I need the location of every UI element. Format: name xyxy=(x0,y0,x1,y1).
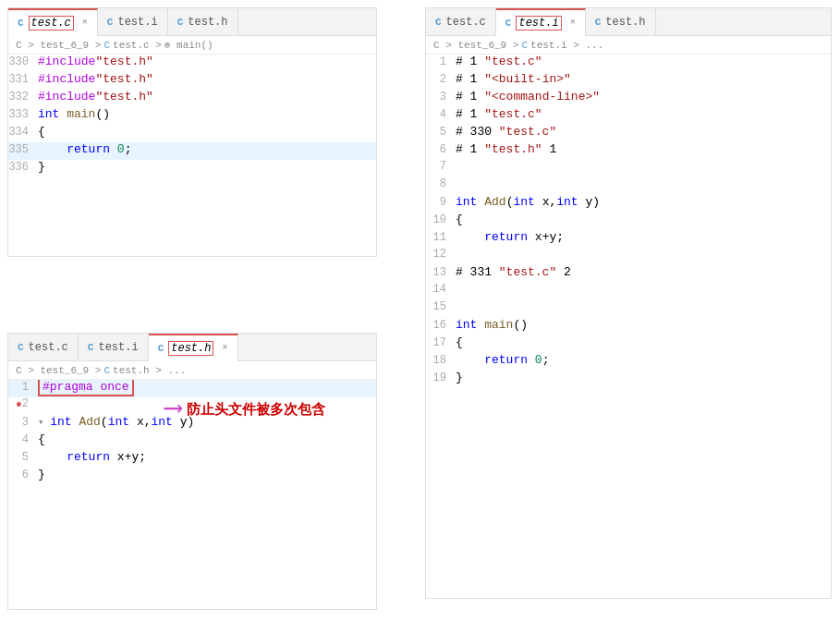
tab-testi-right[interactable]: C test.i × xyxy=(496,8,586,36)
line-number: 5 xyxy=(426,126,456,139)
c-icon: C xyxy=(505,18,512,29)
code-line: 6 } xyxy=(8,468,376,485)
line-content: # 330 "test.c" xyxy=(456,125,556,139)
c-icon: C xyxy=(88,342,94,353)
breadcrumb-right: C > test_6_9 > C test.i > ... xyxy=(426,36,831,55)
code-line: 13 # 331 "test.c" 2 xyxy=(426,265,831,283)
c-icon: C xyxy=(177,17,184,28)
arrow-icon: ⟶ xyxy=(165,396,181,422)
tab-testc-bottomleft[interactable]: C test.c xyxy=(8,334,79,361)
line-number: 9 xyxy=(426,196,456,209)
code-line: 9 int Add(int x,int y) xyxy=(426,195,831,213)
code-line: 335 return 0; xyxy=(8,142,376,160)
tab-testi-topleft[interactable]: C test.i xyxy=(98,8,168,36)
line-number: 2 xyxy=(426,73,456,86)
line-number: 332 xyxy=(8,91,38,104)
tab-label: test.h xyxy=(168,341,213,356)
line-number: 335 xyxy=(8,143,38,156)
tab-label: test.c xyxy=(29,341,68,354)
line-number: 5 xyxy=(8,451,38,464)
tab-label: test.i xyxy=(516,16,561,30)
code-line: 10 { xyxy=(426,213,831,230)
line-content: return x+y; xyxy=(456,230,564,244)
close-icon[interactable]: × xyxy=(82,18,88,28)
line-number: 18 xyxy=(426,354,456,367)
line-content: return x+y; xyxy=(38,450,146,464)
line-content: # 1 "<built-in>" xyxy=(456,72,571,86)
tab-testc-topleft[interactable]: C test.c × xyxy=(8,8,98,36)
bc-text2: test.h > ... xyxy=(113,365,186,376)
line-content: { xyxy=(456,213,463,226)
code-line: 18 return 0; xyxy=(426,353,831,371)
bc-text: C > test_6_9 > xyxy=(16,365,101,376)
code-line: 332 #include"test.h" xyxy=(8,90,376,107)
line-number: 8 xyxy=(426,177,456,190)
bc-text: C > test_6_9 > xyxy=(16,40,101,51)
line-content: # 1 "test.c" xyxy=(456,55,542,68)
tab-testh-right[interactable]: C test.h xyxy=(586,8,656,36)
bc-icon: C xyxy=(103,40,110,51)
close-icon[interactable]: × xyxy=(222,343,227,353)
tab-testh-topleft[interactable]: C test.h xyxy=(168,8,238,36)
code-line: 15 xyxy=(426,300,831,318)
code-line: 3 # 1 "<command-line>" xyxy=(426,90,831,107)
code-line: 333 int main() xyxy=(8,107,376,125)
c-icon: C xyxy=(595,17,602,28)
line-number: 331 xyxy=(8,73,38,86)
breadcrumb-bottom-left: C > test_6_9 > C test.h > ... xyxy=(8,361,376,380)
bc-func: ⊕ main() xyxy=(164,39,213,51)
tab-label: test.i xyxy=(98,341,138,354)
line-content: } xyxy=(38,160,45,174)
tab-label: test.h xyxy=(188,16,227,29)
bc-text2: test.c > xyxy=(113,40,162,51)
line-number: 3 xyxy=(426,91,456,104)
tab-label: test.h xyxy=(605,16,645,29)
line-content: #pragma once xyxy=(38,380,134,394)
code-line: 5 # 330 "test.c" xyxy=(426,125,831,142)
line-number: 10 xyxy=(426,213,456,226)
line-content: #include"test.h" xyxy=(38,90,153,104)
tab-testc-right[interactable]: C test.c xyxy=(426,8,496,36)
tab-label: test.c xyxy=(446,16,486,29)
line-number: 333 xyxy=(8,108,38,121)
tab-bar-right: C test.c C test.i × C test.h xyxy=(426,8,831,36)
line-number: 7 xyxy=(426,160,456,173)
c-icon: C xyxy=(435,17,442,28)
c-icon: C xyxy=(158,343,164,354)
code-line: 6 # 1 "test.h" 1 xyxy=(426,142,831,160)
code-area-top-left: 330 #include"test.h" 331 #include"test.h… xyxy=(8,55,376,177)
code-line: 17 { xyxy=(426,335,831,353)
bc-text2: test.i > ... xyxy=(530,40,603,51)
line-number: 1 xyxy=(426,55,456,68)
panel-right: C test.c C test.i × C test.h C > test_6_… xyxy=(425,7,832,599)
line-content: # 1 "test.c" xyxy=(456,107,542,121)
line-number: 16 xyxy=(426,319,456,332)
code-line: 1 # 1 "test.c" xyxy=(426,55,831,72)
error-dot: • xyxy=(14,397,24,415)
line-content: # 331 "test.c" 2 xyxy=(456,265,571,279)
line-number: 15 xyxy=(426,300,456,313)
line-content: { xyxy=(38,125,45,139)
line-content: # 1 "<command-line>" xyxy=(456,90,600,104)
tab-bar-bottom-left: C test.c C test.i C test.h × xyxy=(8,334,376,361)
code-area-right: 1 # 1 "test.c" 2 # 1 "<built-in>" 3 # 1 … xyxy=(426,55,831,388)
code-line: 7 xyxy=(426,160,831,177)
tab-bar-top-left: C test.c × C test.i C test.h xyxy=(8,8,376,36)
line-content: int Add(int x,int y) xyxy=(456,195,600,209)
tab-testi-bottomleft[interactable]: C test.i xyxy=(79,334,149,361)
bc-text: C > test_6_9 > xyxy=(433,40,518,51)
code-line: 16 int main() xyxy=(426,318,831,335)
tab-label: test.c xyxy=(29,16,74,30)
code-line: 1 #pragma once xyxy=(8,380,376,397)
code-line: 4 # 1 "test.c" xyxy=(426,107,831,125)
code-line: 334 { xyxy=(8,125,376,142)
tab-testh-bottomleft[interactable]: C test.h × xyxy=(149,334,238,361)
line-number: 4 xyxy=(426,108,456,121)
line-number: 3 xyxy=(8,416,38,429)
annotation: ⟶ 防止头文件被多次包含 xyxy=(165,396,325,422)
line-number: 330 xyxy=(8,55,38,68)
close-icon[interactable]: × xyxy=(570,18,576,28)
panel-top-left: C test.c × C test.i C test.h C > test_6_… xyxy=(7,7,377,257)
code-line: 8 xyxy=(426,177,831,195)
line-content: return 0; xyxy=(456,353,549,367)
